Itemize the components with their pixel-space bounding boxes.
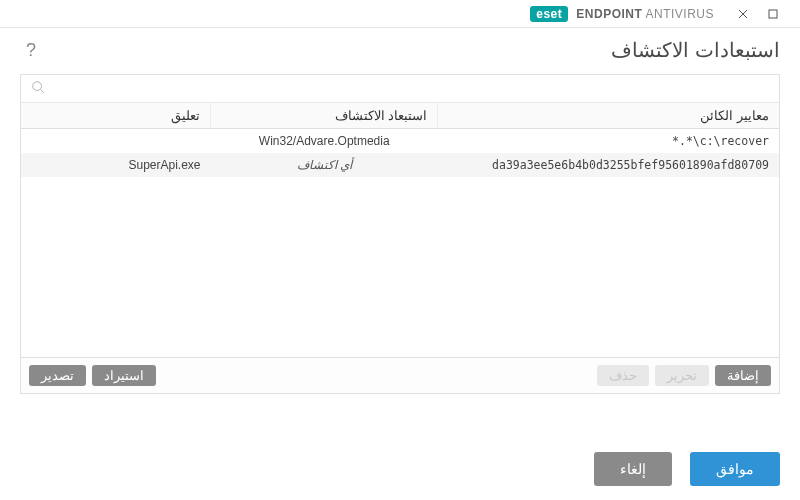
ok-button[interactable]: موافق (690, 452, 780, 486)
import-button[interactable]: استيراد (92, 365, 156, 386)
add-button[interactable]: إضافة (715, 365, 771, 386)
page-header: استبعادات الاكتشاف ? (0, 28, 800, 66)
search-input[interactable] (45, 75, 773, 102)
titlebar: eset ENDPOINT ANTIVIRUS (0, 0, 800, 28)
cancel-button[interactable]: إلغاء (594, 452, 672, 486)
exclusions-panel: معايير الكائن استبعاد الاكتشاف تعليق *.*… (20, 74, 780, 394)
cell-comment (21, 129, 211, 153)
cell-comment: SuperApi.exe (21, 153, 211, 177)
table-body-scroll[interactable]: *.*\c:\recoverWin32/Advare.Optmediada39a… (21, 129, 779, 357)
col-detection[interactable]: استبعاد الاكتشاف (211, 103, 438, 129)
product-name-rest: ANTIVIRUS (645, 7, 714, 21)
exclusions-table: معايير الكائن استبعاد الاكتشاف تعليق (21, 103, 779, 129)
col-object[interactable]: معايير الكائن (438, 103, 779, 129)
cell-object: da39a3ee5e6b4b0d3255bfef95601890afd80709 (438, 153, 779, 177)
page-title: استبعادات الاكتشاف (611, 38, 780, 62)
delete-button: حذف (597, 365, 649, 386)
search-icon (27, 80, 45, 98)
help-icon[interactable]: ? (20, 39, 42, 61)
search-bar (21, 75, 779, 103)
table-row[interactable]: *.*\c:\recoverWin32/Advare.Optmedia (21, 129, 779, 153)
dialog-footer: موافق إلغاء (0, 438, 800, 500)
cell-detection: أي اكتشاف (211, 153, 438, 177)
product-name-strong: ENDPOINT (576, 7, 642, 21)
table-header-row: معايير الكائن استبعاد الاكتشاف تعليق (21, 103, 779, 129)
window-controls (724, 5, 792, 23)
cell-detection: Win32/Advare.Optmedia (211, 129, 438, 153)
product-name: ENDPOINT ANTIVIRUS (576, 7, 714, 21)
brand-badge: eset (530, 6, 568, 22)
maximize-icon[interactable] (764, 5, 782, 23)
brand: eset ENDPOINT ANTIVIRUS (530, 6, 724, 22)
table-row[interactable]: da39a3ee5e6b4b0d3255bfef95601890afd80709… (21, 153, 779, 177)
export-button[interactable]: تصدير (29, 365, 86, 386)
cell-object: *.*\c:\recover (438, 129, 779, 153)
close-icon[interactable] (734, 5, 752, 23)
col-comment[interactable]: تعليق (21, 103, 211, 129)
svg-point-1 (33, 81, 42, 90)
table-toolbar: إضافة تحرير حذف استيراد تصدير (21, 357, 779, 393)
edit-button: تحرير (655, 365, 709, 386)
svg-rect-0 (769, 10, 777, 18)
